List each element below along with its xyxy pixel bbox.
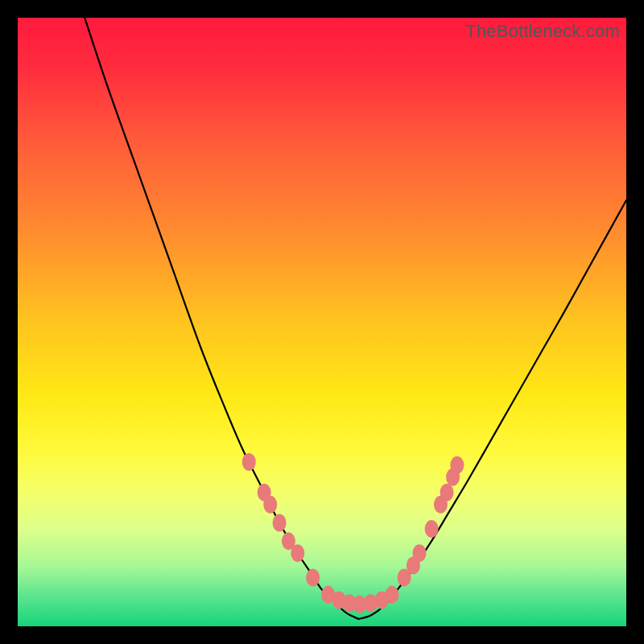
marker-dot — [385, 586, 398, 604]
chart-svg — [18, 18, 626, 626]
marker-dot — [425, 520, 439, 538]
chart-frame: TheBottleneck.com — [0, 0, 644, 644]
marker-dot — [450, 456, 464, 474]
marker-dot — [263, 496, 277, 514]
marker-dot — [242, 453, 256, 471]
marker-dot — [306, 569, 320, 587]
marker-dot — [412, 544, 426, 562]
marker-dot — [440, 484, 453, 502]
gradient-background — [18, 18, 626, 626]
marker-dot — [273, 514, 287, 531]
plot-area: TheBottleneck.com — [18, 18, 626, 626]
watermark-text: TheBottleneck.com — [465, 21, 620, 42]
marker-dot — [291, 544, 304, 562]
